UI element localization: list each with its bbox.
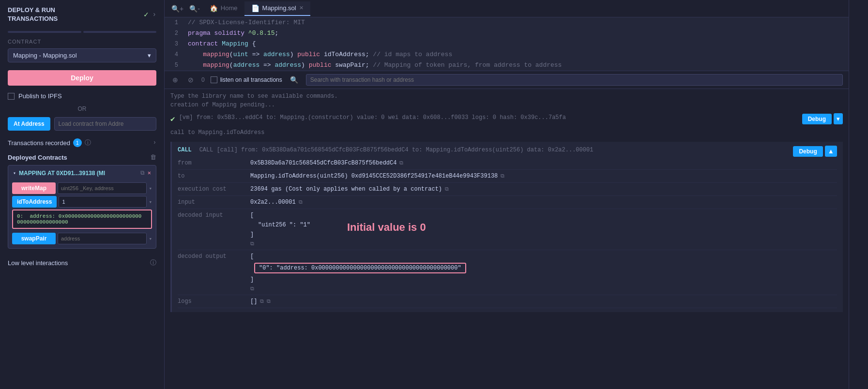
debug-btn-area-1: Debug ▾ bbox=[802, 113, 843, 124]
check-icon: ✓ bbox=[144, 10, 149, 19]
to-value: Mapping.idToAddress(uint256) 0xd9145CCE5… bbox=[250, 173, 837, 180]
zoom-in-button[interactable]: 🔍+ bbox=[168, 3, 186, 15]
terminal-content: Type the library name to see available c… bbox=[165, 89, 849, 389]
contract-instance-name: MAPPING AT 0XD91...39138 (MI bbox=[19, 170, 137, 177]
swappair-input[interactable] bbox=[58, 233, 147, 244]
deployed-title: Deployed Contracts bbox=[8, 154, 67, 161]
or-divider: OR bbox=[0, 103, 164, 115]
logs-copy-icon-1[interactable]: ⧉ bbox=[260, 299, 264, 304]
listen-checkbox-row[interactable]: listen on all transactions bbox=[211, 76, 282, 83]
tab-home[interactable]: 🏠 Home bbox=[203, 1, 244, 16]
to-label: to bbox=[178, 173, 250, 180]
decoded-input-label: decoded input bbox=[178, 212, 250, 219]
low-level-info-icon[interactable]: ⓘ bbox=[150, 258, 156, 267]
swappair-button[interactable]: swapPair bbox=[12, 233, 56, 244]
input-row: input 0x2a2...00001 ⧉ bbox=[178, 196, 837, 209]
call-block: CALL CALL [call] from: 0x5B38Da6a701c568… bbox=[170, 142, 843, 312]
debug-button-1[interactable]: Debug bbox=[802, 114, 832, 124]
expand-panel-icon[interactable]: › bbox=[152, 11, 156, 18]
right-panel: 🔍+ 🔍- 🏠 Home 📄 Mapping.sol ✕ 1 // SPDX-L… bbox=[165, 0, 849, 389]
panel-title: DEPLOY & RUN TRANSACTIONS bbox=[8, 6, 58, 23]
contract-close-icon[interactable]: ✕ bbox=[148, 169, 151, 177]
chevron-up-button-1[interactable]: ▾ bbox=[834, 113, 843, 124]
decoded-input-copy-icon[interactable]: ⧉ bbox=[250, 241, 254, 247]
result-box: 0: address: 0x000000000000000000000000 0… bbox=[12, 209, 152, 229]
idtoaddress-button[interactable]: idToAddress bbox=[12, 196, 57, 208]
code-area: 1 // SPDX-License-Identifier: MIT 2 prag… bbox=[165, 17, 849, 71]
far-right-panel bbox=[849, 0, 868, 389]
to-row: to Mapping.idToAddress(uint256) 0xd9145C… bbox=[178, 170, 837, 183]
tab-mapping-label: Mapping.sol bbox=[262, 4, 296, 12]
logs-row: logs [] ⧉ ⧉ bbox=[178, 295, 837, 308]
from-row: from 0x5B38Da6a701c568545dCfcB03FcB875f5… bbox=[178, 157, 837, 170]
decoded-input-value: [ "uint256 ": "1" ] ⧉ bbox=[250, 212, 837, 247]
trash-icon[interactable]: 🗑 bbox=[150, 154, 156, 161]
exec-cost-value: 23694 gas (Cost only applies when called… bbox=[250, 186, 837, 193]
transactions-expand-icon[interactable]: › bbox=[153, 139, 156, 146]
terminal-toolbar: ⊕ ⊘ 0 listen on all transactions 🔍 bbox=[165, 71, 849, 89]
from-value: 0x5B38Da6a701c568545dCfcB03FcB875f56bedd… bbox=[250, 160, 837, 166]
contract-copy-icon[interactable]: ⧉ bbox=[140, 170, 145, 177]
call-label: call to Mapping.idToAddress bbox=[170, 127, 843, 138]
contract-label: CONTRACT bbox=[0, 35, 164, 46]
transactions-header: Transactions recorded 1 ⓘ › bbox=[0, 133, 164, 150]
at-address-button[interactable]: At Address bbox=[8, 117, 50, 131]
code-line-1: 1 // SPDX-License-Identifier: MIT bbox=[165, 17, 849, 28]
logs-value: [] ⧉ ⧉ bbox=[250, 298, 837, 305]
publish-checkbox[interactable] bbox=[8, 93, 15, 100]
search-icon[interactable]: 🔍 bbox=[288, 75, 300, 85]
tab-home-label: Home bbox=[221, 4, 238, 12]
terminal-ban-button[interactable]: ⊘ bbox=[186, 75, 196, 85]
call-header-text: CALL [call] from: 0x5B38Da6a701c568545dC… bbox=[199, 147, 594, 153]
home-icon: 🏠 bbox=[210, 4, 218, 12]
transaction-search-input[interactable] bbox=[306, 74, 843, 86]
idtoaddress-input[interactable] bbox=[59, 196, 147, 208]
debug-button-2[interactable]: Debug bbox=[793, 146, 822, 157]
code-line-5: 5 mapping(address => address) public swa… bbox=[165, 60, 849, 71]
input-value: 0x2a2...00001 ⧉ bbox=[250, 199, 837, 206]
writemap-chevron-icon[interactable]: ▾ bbox=[149, 185, 152, 192]
transactions-badge: 1 bbox=[73, 138, 82, 147]
initial-value-text: Initial value is 0 bbox=[347, 217, 426, 237]
swappair-chevron-icon[interactable]: ▾ bbox=[149, 236, 152, 242]
decoded-output-copy-icon[interactable]: ⧉ bbox=[250, 286, 254, 292]
tab-close-icon[interactable]: ✕ bbox=[299, 5, 304, 11]
transactions-title: Transactions recorded 1 ⓘ bbox=[8, 138, 91, 147]
contract-value: Mapping - Mapping.sol bbox=[13, 52, 77, 59]
from-copy-icon[interactable]: ⧉ bbox=[399, 160, 403, 166]
chevron-up-button-2[interactable]: ▲ bbox=[825, 146, 837, 157]
decoded-input-row: decoded input [ "uint256 ": "1" ] ⧉ bbox=[178, 209, 837, 250]
zoom-out-button[interactable]: 🔍- bbox=[186, 3, 203, 15]
vm-tx-text: [vm] from: 0x5B3...eddC4 to: Mapping.(co… bbox=[179, 113, 798, 122]
file-icon: 📄 bbox=[251, 4, 259, 12]
transactions-info-icon[interactable]: ⓘ bbox=[85, 138, 91, 147]
left-panel: DEPLOY & RUN TRANSACTIONS ✓ › CONTRACT M… bbox=[0, 0, 165, 389]
load-contract-input[interactable] bbox=[54, 117, 156, 131]
swappair-row: swapPair ▾ bbox=[12, 233, 152, 244]
writemap-button[interactable]: writeMap bbox=[12, 182, 56, 194]
contract-dropdown[interactable]: Mapping - Mapping.sol ▾ bbox=[8, 48, 156, 62]
idtoaddress-chevron-icon[interactable]: ▾ bbox=[149, 199, 152, 205]
tab-mapping[interactable]: 📄 Mapping.sol ✕ bbox=[244, 1, 310, 16]
exec-cost-copy-icon[interactable]: ⧉ bbox=[445, 186, 449, 192]
input-label: input bbox=[178, 199, 250, 206]
contract-instance-header: ▾ MAPPING AT 0XD91...39138 (MI ⧉ ✕ bbox=[8, 165, 156, 180]
contract-chevron-down-icon[interactable]: ▾ bbox=[13, 170, 16, 176]
publish-row: Publish to IPFS bbox=[0, 90, 164, 103]
listen-checkbox[interactable] bbox=[211, 76, 217, 83]
decoded-output-highlighted-value: "0": "address: 0x00000000000000000000000… bbox=[254, 263, 466, 273]
dropdown-arrow-icon: ▾ bbox=[148, 52, 151, 59]
decoded-output-label: decoded output bbox=[178, 253, 250, 260]
terminal-zoom-in-button[interactable]: ⊕ bbox=[170, 75, 180, 85]
deploy-button[interactable]: Deploy bbox=[8, 70, 156, 86]
low-level-header: Low level interactions ⓘ bbox=[0, 253, 164, 270]
logs-copy-icon-2[interactable]: ⧉ bbox=[267, 299, 271, 304]
publish-label: Publish to IPFS bbox=[18, 92, 62, 100]
contract-instance: ▾ MAPPING AT 0XD91...39138 (MI ⧉ ✕ write… bbox=[8, 165, 156, 249]
scrollbar-track-2 bbox=[83, 31, 157, 33]
writemap-row: writeMap ▾ bbox=[12, 182, 152, 194]
writemap-input[interactable] bbox=[58, 182, 147, 194]
input-copy-icon[interactable]: ⧉ bbox=[299, 199, 303, 205]
exec-cost-label: execution cost bbox=[178, 186, 250, 193]
to-copy-icon[interactable]: ⧉ bbox=[501, 173, 504, 179]
